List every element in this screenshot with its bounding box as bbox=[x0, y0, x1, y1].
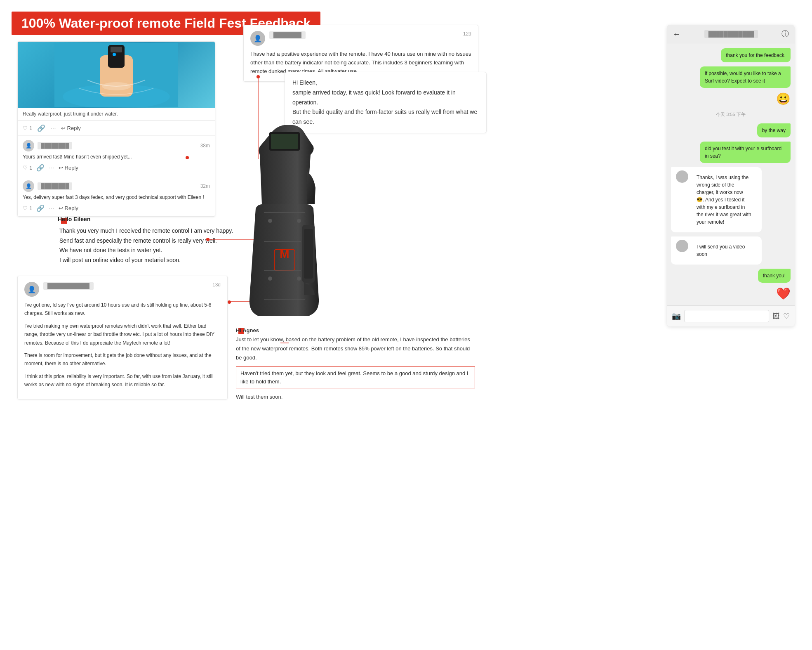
reply-arrow-icon: ↩ bbox=[61, 125, 66, 131]
long-review-header: 👤 ████████████ 13d bbox=[24, 282, 221, 297]
reply-label-2: Reply bbox=[65, 205, 78, 211]
wechat-footer: 📷 🖼 ♡ bbox=[667, 305, 795, 326]
remote-device-svg: M bbox=[237, 122, 332, 332]
svg-rect-8 bbox=[271, 134, 298, 149]
comment-text-1: Yours arrived fast! Mine hasn't even shi… bbox=[23, 153, 210, 161]
reviewer-name: ████████ bbox=[269, 31, 306, 39]
wechat-chat-panel: ← ████████████ ⓘ thank you for the feedb… bbox=[667, 25, 795, 326]
link-icon-1: 🔗 bbox=[36, 164, 45, 172]
svg-point-11 bbox=[268, 219, 272, 223]
avatar-1: 👤 bbox=[23, 140, 34, 151]
left-avatar-2 bbox=[676, 240, 688, 252]
bubble-left-1: Thanks, I was using the wrong side of th… bbox=[671, 167, 762, 232]
sub-comment-2-header: 👤 ████████ 32m bbox=[23, 180, 210, 192]
reply-label-1: Reply bbox=[65, 165, 78, 171]
username-2: ████████ bbox=[38, 182, 72, 190]
heart-emoji: ❤️ bbox=[776, 287, 791, 300]
sub-comment-1-header: 👤 ████████ 38m bbox=[23, 140, 210, 151]
photo-caption: Really waterproof, just truing it under … bbox=[18, 108, 215, 121]
long-review-p3: There is room for improvement, but it ge… bbox=[24, 351, 221, 368]
bubble-right-3: by the way bbox=[757, 123, 791, 137]
like-sub-2[interactable]: ♡ 1 bbox=[23, 205, 32, 211]
product-photo bbox=[18, 42, 215, 108]
long-reviewer-avatar: 👤 bbox=[24, 282, 39, 297]
reviewer-info: 👤 ████████ bbox=[250, 31, 306, 46]
bubble-text-by-way: by the way bbox=[762, 128, 786, 133]
hi-agnes-footer: Will test them soon. bbox=[236, 392, 475, 402]
long-reviewer-info: 👤 ████████████ bbox=[24, 282, 94, 297]
bubble-text-2: if possible, would you like to take a Su… bbox=[705, 71, 781, 84]
camera-icon[interactable]: 📷 bbox=[672, 312, 681, 321]
dot-connector-1 bbox=[257, 75, 260, 78]
svg-point-14 bbox=[297, 277, 301, 281]
reply-label: Reply bbox=[67, 125, 81, 131]
svg-rect-16 bbox=[304, 229, 313, 279]
more-icon-2: ··· bbox=[49, 205, 54, 212]
bubble-text-4: did you test it with your e surfboard in… bbox=[705, 146, 781, 159]
sub-actions-2: ♡ 1 🔗 ··· ↩ Reply bbox=[23, 204, 210, 212]
comment-text-2: Yes, delivery super fast 3 days fedex, a… bbox=[23, 194, 210, 201]
like-count: 1 bbox=[29, 125, 32, 131]
avatar-2: 👤 bbox=[23, 180, 34, 192]
long-review-p1: I've got one, Id say I've got around 10 … bbox=[24, 301, 221, 318]
dot-connector-2 bbox=[186, 156, 189, 159]
back-icon[interactable]: ← bbox=[673, 29, 681, 39]
separator-2: ··· bbox=[50, 125, 56, 132]
emoji-bubble-1: 😀 bbox=[776, 92, 791, 106]
wechat-body: thank you for the feedback. if possible,… bbox=[667, 43, 795, 305]
like-count-2: 1 bbox=[29, 205, 32, 211]
underwater-photo-svg bbox=[54, 43, 178, 107]
sub-comment-2: 👤 ████████ 32m Yes, delivery super fast … bbox=[18, 176, 215, 216]
bubble-text-left-2: I will send you a video soon bbox=[692, 240, 757, 261]
heart-bubble: ❤️ bbox=[776, 287, 791, 300]
info-icon[interactable]: ⓘ bbox=[781, 29, 789, 39]
reviewer-avatar: 👤 bbox=[250, 31, 265, 46]
sub-actions-1: ♡ 1 🔗 ··· ↩ Reply bbox=[23, 164, 210, 172]
bubble-right-5: thank you! bbox=[758, 269, 791, 283]
timestamp-center: 今天 3:55 下午 bbox=[671, 111, 791, 118]
image-icon[interactable]: 🖼 bbox=[772, 312, 780, 321]
svg-point-13 bbox=[268, 277, 272, 281]
bubble-left-2: I will send you a video soon bbox=[671, 236, 762, 265]
reply-btn-2[interactable]: ↩ Reply bbox=[59, 205, 78, 211]
svg-point-5 bbox=[113, 53, 116, 56]
wechat-contact-name: ████████████ bbox=[704, 30, 758, 38]
heart-icon: ♡ bbox=[23, 125, 28, 131]
bubble-right-2: if possible, would you like to take a Su… bbox=[700, 66, 791, 88]
review-header: 👤 ████████ 12d bbox=[250, 31, 471, 46]
heart-icon-1: ♡ bbox=[23, 165, 28, 171]
card-actions-row: ♡ 1 🔗 ··· ↩ Reply bbox=[18, 121, 215, 135]
left-avatar bbox=[676, 170, 688, 183]
reply-button-main[interactable]: ↩ Reply bbox=[61, 125, 81, 131]
sub-comment-1: 👤 ████████ 38m Yours arrived fast! Mine … bbox=[18, 135, 215, 176]
reply-arrow-2: ↩ bbox=[59, 205, 63, 211]
long-review-p2: I've tried making my own waterproof remo… bbox=[24, 322, 221, 347]
heart-icon-footer[interactable]: ♡ bbox=[783, 312, 790, 321]
bubble-text-left-1: Thanks, I was using the wrong side of th… bbox=[692, 170, 757, 229]
message-input[interactable] bbox=[684, 310, 769, 322]
svg-rect-4 bbox=[111, 47, 122, 52]
bubble-right-1: thank you for the feedback. bbox=[721, 48, 791, 62]
bubble-right-4: did you test it with your e surfboard in… bbox=[700, 142, 791, 163]
reply-btn-1[interactable]: ↩ Reply bbox=[59, 165, 78, 171]
product-image-container: M bbox=[206, 83, 363, 371]
heart-icon-2: ♡ bbox=[23, 205, 28, 211]
username-1: ████████ bbox=[38, 142, 72, 149]
long-reviewer-name: ████████████ bbox=[43, 282, 94, 290]
emoji-grin: 😀 bbox=[776, 92, 791, 105]
svg-point-12 bbox=[297, 219, 301, 223]
photo-comment-card: Really waterproof, just truing it under … bbox=[17, 41, 215, 217]
more-icon-1: ··· bbox=[49, 164, 54, 172]
like-count-1: 1 bbox=[29, 165, 32, 171]
like-action[interactable]: ♡ 1 bbox=[23, 125, 32, 131]
reply-arrow-1: ↩ bbox=[59, 165, 63, 171]
separator-1: 🔗 bbox=[37, 124, 45, 132]
wechat-header: ← ████████████ ⓘ bbox=[667, 25, 795, 43]
bubble-text-1: thank you for the feedback. bbox=[726, 52, 786, 58]
review-time: 12d bbox=[463, 31, 471, 37]
link-icon-2: 🔗 bbox=[36, 204, 45, 212]
long-review-p4: I think at this price, reliability is ve… bbox=[24, 372, 221, 389]
bubble-text-5: thank you! bbox=[763, 273, 786, 279]
like-sub-1[interactable]: ♡ 1 bbox=[23, 165, 32, 171]
long-review-card: 👤 ████████████ 13d I've got one, Id say … bbox=[17, 276, 228, 399]
